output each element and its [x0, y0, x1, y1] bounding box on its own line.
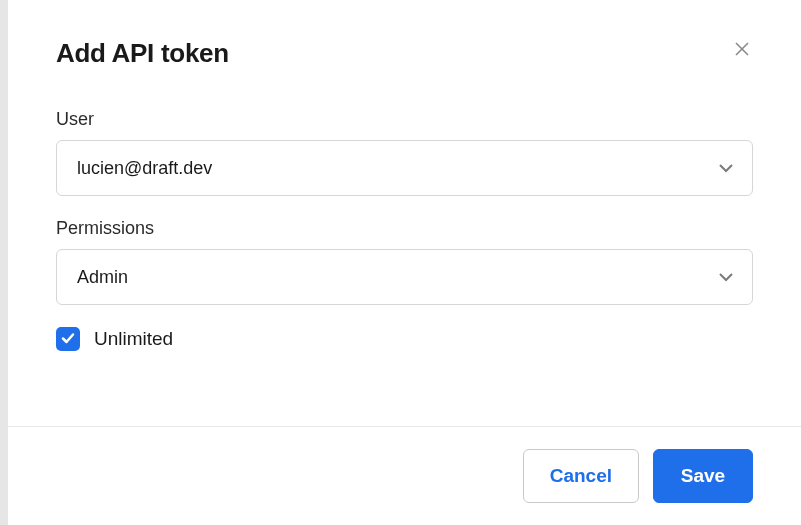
check-icon [61, 331, 75, 348]
unlimited-label[interactable]: Unlimited [94, 328, 173, 350]
user-label: User [56, 109, 753, 130]
permissions-field-group: Permissions Admin [56, 218, 753, 305]
save-button[interactable]: Save [653, 449, 753, 503]
permissions-select-wrap: Admin [56, 249, 753, 305]
cancel-button[interactable]: Cancel [523, 449, 639, 503]
unlimited-checkbox-row: Unlimited [56, 327, 753, 351]
modal-backdrop-edge [0, 0, 8, 525]
close-icon [735, 42, 749, 59]
user-select[interactable]: lucien@draft.dev [56, 140, 753, 196]
permissions-label: Permissions [56, 218, 753, 239]
modal-footer: Cancel Save [8, 426, 801, 525]
modal-body: Add API token User lucien@draft.dev [8, 0, 801, 426]
unlimited-checkbox[interactable] [56, 327, 80, 351]
user-select-value: lucien@draft.dev [77, 158, 212, 179]
permissions-select-value: Admin [77, 267, 128, 288]
permissions-select[interactable]: Admin [56, 249, 753, 305]
close-button[interactable] [731, 38, 753, 63]
modal-title: Add API token [56, 38, 229, 69]
add-api-token-modal: Add API token User lucien@draft.dev [8, 0, 801, 525]
user-select-wrap: lucien@draft.dev [56, 140, 753, 196]
modal-header: Add API token [56, 38, 753, 69]
user-field-group: User lucien@draft.dev [56, 109, 753, 196]
